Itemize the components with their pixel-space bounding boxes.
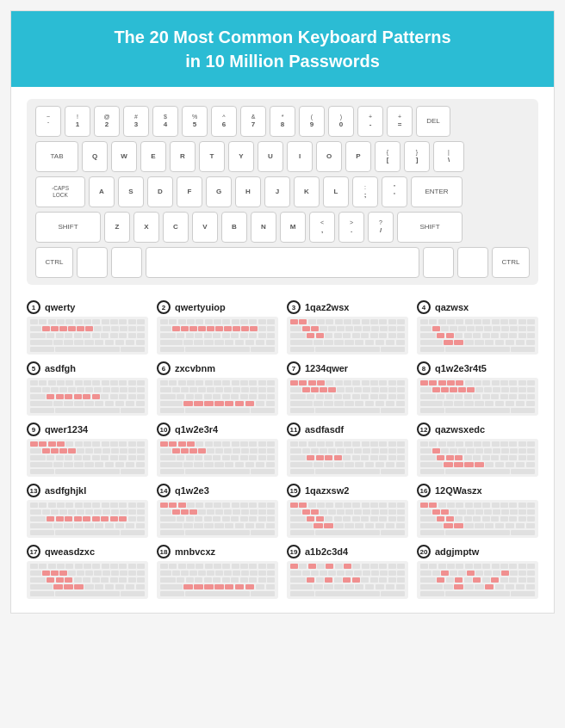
pattern-12: 12 qazwsxedc xyxy=(417,423,538,477)
key-6: ^6 xyxy=(211,106,237,137)
pattern-2-keyboard xyxy=(157,317,278,355)
key-q: Q xyxy=(82,141,108,172)
key-semicolon: :; xyxy=(352,176,378,207)
key-p: P xyxy=(345,141,371,172)
key-fn2 xyxy=(111,247,142,278)
pattern-6-keyboard xyxy=(157,378,278,416)
pattern-15-name: 1qazxsw2 xyxy=(305,485,349,496)
key-4: $4 xyxy=(152,106,178,137)
pattern-20-label: 20 adgjmptw xyxy=(417,545,538,558)
header-subtitle: in 10 Million Passwords xyxy=(185,52,380,71)
key-enter: ENTER xyxy=(411,176,463,207)
pattern-3-num: 3 xyxy=(287,300,301,314)
key-c: C xyxy=(163,212,189,243)
pattern-11-keyboard xyxy=(287,439,408,477)
key-3: #3 xyxy=(123,106,149,137)
pattern-4: 4 qazwsx xyxy=(417,300,538,355)
key-f: F xyxy=(177,176,202,207)
pattern-1-keyboard xyxy=(27,317,148,355)
key-k: K xyxy=(294,176,320,207)
kb-row-bottom: CTRL CTRL xyxy=(35,247,530,278)
key-u: U xyxy=(258,141,283,172)
kb-row-numbers: ~` !1 @2 #3 $4 %5 ^6 &7 *8 (9 )0 +- += D… xyxy=(35,106,530,137)
pattern-8: 8 q1w2e3r4t5 xyxy=(417,361,538,416)
key-comma: <, xyxy=(309,212,335,243)
key-y: Y xyxy=(228,141,254,172)
header-title: The 20 Most Common Keyboard Patterns xyxy=(114,28,450,46)
page: The 20 Most Common Keyboard Patterns in … xyxy=(10,10,555,614)
pattern-13-label: 13 asdfghjkl xyxy=(27,484,148,497)
pattern-11: 11 asdfasdf xyxy=(287,423,408,477)
key-o: O xyxy=(316,141,342,172)
pattern-14: 14 q1w2e3 xyxy=(157,484,278,538)
pattern-17-label: 17 qweasdzxc xyxy=(27,545,148,558)
key-del: DEL xyxy=(416,106,450,137)
pattern-8-label: 8 q1w2e3r4t5 xyxy=(417,361,538,375)
pattern-5-num: 5 xyxy=(27,361,40,375)
pattern-5-name: asdfgh xyxy=(45,363,76,373)
pattern-18-label: 18 mnbvcxz xyxy=(157,545,278,558)
pattern-14-keyboard xyxy=(157,500,278,538)
pattern-10-name: q1w2e3r4 xyxy=(175,424,218,435)
key-7: &7 xyxy=(240,106,266,137)
pattern-17-keyboard xyxy=(27,561,148,599)
key-equals: += xyxy=(387,106,413,137)
key-t: T xyxy=(199,141,225,172)
pattern-6: 6 zxcvbnm xyxy=(157,361,278,416)
key-shift-left: SHIFT xyxy=(35,212,101,243)
pattern-20-num: 20 xyxy=(417,545,431,558)
pattern-16: 16 12QWaszx xyxy=(417,484,538,538)
patterns-grid: 1 qwerty 2 qwertyuiop xyxy=(27,300,538,599)
pattern-12-num: 12 xyxy=(417,423,431,436)
pattern-10-keyboard xyxy=(157,439,278,477)
pattern-19-num: 19 xyxy=(287,545,301,558)
pattern-19-name: a1b2c3d4 xyxy=(305,546,348,557)
pattern-14-name: q1w2e3 xyxy=(175,485,209,496)
key-fn1 xyxy=(77,247,108,278)
pattern-9-num: 9 xyxy=(27,423,40,436)
pattern-19-label: 19 a1b2c3d4 xyxy=(287,545,408,558)
pattern-9: 9 qwer1234 xyxy=(27,423,148,477)
pattern-6-name: zxcvbnm xyxy=(175,363,215,373)
key-shift-right: SHIFT xyxy=(397,212,463,243)
pattern-6-label: 6 zxcvbnm xyxy=(157,361,278,375)
pattern-18-name: mnbvcxz xyxy=(175,546,215,557)
key-h: H xyxy=(235,176,261,207)
pattern-12-name: qazwsxedc xyxy=(435,424,485,435)
kb-row-asdf: ◦CAPSLOCK A S D F G H J K L :; "' ENTER xyxy=(35,176,530,207)
pattern-13-num: 13 xyxy=(27,484,40,497)
pattern-2-num: 2 xyxy=(157,300,171,314)
pattern-17-num: 17 xyxy=(27,545,40,558)
key-z: Z xyxy=(104,212,130,243)
pattern-18-num: 18 xyxy=(157,545,171,558)
key-v: V xyxy=(192,212,218,243)
key-r: R xyxy=(170,141,196,172)
key-slash: ?/ xyxy=(368,212,394,243)
pattern-20: 20 adgjmptw xyxy=(417,545,538,599)
key-tab: TAB xyxy=(35,141,78,172)
key-space xyxy=(146,247,419,278)
pattern-8-name: q1w2e3r4t5 xyxy=(435,363,487,373)
pattern-2-name: qwertyuiop xyxy=(175,302,226,312)
pattern-18-keyboard xyxy=(157,561,278,599)
key-x: X xyxy=(133,212,159,243)
pattern-15: 15 1qazxsw2 xyxy=(287,484,408,538)
header: The 20 Most Common Keyboard Patterns in … xyxy=(11,11,554,87)
key-ctrl-left: CTRL xyxy=(35,247,73,278)
keyboard: ~` !1 @2 #3 $4 %5 ^6 &7 *8 (9 )0 +- += D… xyxy=(27,99,538,285)
pattern-5: 5 asdfgh xyxy=(27,361,148,416)
pattern-13: 13 asdfghjkl xyxy=(27,484,148,538)
key-minus: +- xyxy=(357,106,383,137)
key-a: A xyxy=(89,176,115,207)
kb-row-zxcv: SHIFT Z X C V B N M <, >. ?/ SHIFT xyxy=(35,212,530,243)
key-g: G xyxy=(206,176,232,207)
key-8: *8 xyxy=(270,106,295,137)
pattern-18: 18 mnbvcxz xyxy=(157,545,278,599)
key-9: (9 xyxy=(299,106,325,137)
pattern-7-name: 1234qwer xyxy=(305,363,348,373)
pattern-14-num: 14 xyxy=(157,484,171,497)
pattern-1-name: qwerty xyxy=(45,302,75,312)
pattern-11-label: 11 asdfasdf xyxy=(287,423,408,436)
pattern-14-label: 14 q1w2e3 xyxy=(157,484,278,497)
key-j: J xyxy=(264,176,290,207)
